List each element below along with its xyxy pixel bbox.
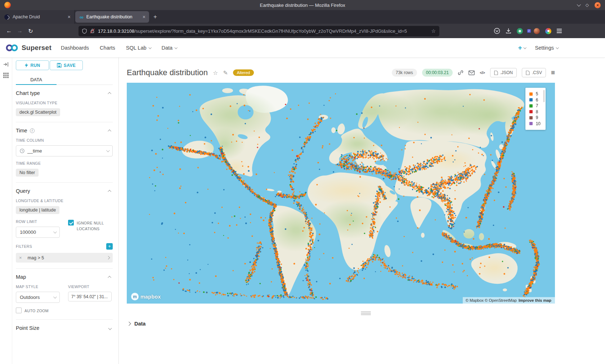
legend-label: 6 <box>536 97 538 103</box>
section-query: Query LONGITUDE & LATITUDE longitude | l… <box>16 182 113 268</box>
add-new-button[interactable]: + <box>518 44 525 52</box>
info-icon[interactable]: i <box>30 128 35 133</box>
legend-label: 8 <box>536 109 538 114</box>
favorite-star-icon[interactable]: ☆ <box>213 69 218 76</box>
forward-button[interactable]: → <box>14 28 25 34</box>
page-title: Earthquake distribution <box>127 68 208 77</box>
legend-item: 9 <box>529 115 541 121</box>
tab-close-icon[interactable]: × <box>68 14 71 19</box>
tracking-shield-icon[interactable] <box>82 28 87 34</box>
viz-type-value[interactable]: deck.gl Scatterplot <box>16 108 60 116</box>
file-icon <box>494 70 498 75</box>
section-title: Point Size <box>16 325 39 331</box>
tab-label: Apache Druid <box>13 14 65 19</box>
nav-item-dashboards[interactable]: Dashboards <box>61 45 89 51</box>
auto-zoom-checkbox[interactable] <box>16 308 22 313</box>
extension-badge: 2 <box>527 29 531 33</box>
ignore-null-checkbox[interactable] <box>68 220 74 226</box>
settings-menu[interactable]: Settings <box>535 45 558 51</box>
section-header[interactable]: Chart type <box>16 90 113 96</box>
containers-extension-icon[interactable] <box>545 28 551 34</box>
section-header[interactable]: Point Size <box>16 325 113 331</box>
remove-filter-icon[interactable]: × <box>19 255 22 260</box>
filter-chip[interactable]: × mag > 5 <box>16 253 113 263</box>
chevron-down-icon <box>106 149 110 152</box>
screen: Earthquake distribution — Mozilla Firefo… <box>0 0 605 364</box>
collapse-panel-icon[interactable] <box>3 62 9 67</box>
section-time: Timei TIME COLUMN __time TIME RANGE No f… <box>16 122 113 182</box>
reload-button[interactable]: ↻ <box>25 28 36 35</box>
url-bar[interactable]: 172.18.0.3:32108/superset/explore/?form_… <box>79 26 439 36</box>
row-limit-select[interactable]: 100000 <box>16 227 60 238</box>
nav-item-charts[interactable]: Charts <box>100 45 115 51</box>
map-viewport[interactable]: 5678910 m mapbox © Mapbox © OpenStreetMa… <box>127 83 555 304</box>
run-button[interactable]: RUN <box>16 60 49 70</box>
map-canvas[interactable] <box>127 83 555 304</box>
section-header[interactable]: Query <box>16 188 113 194</box>
embed-code-icon[interactable]: </> <box>480 70 485 75</box>
data-panel-title: Data <box>134 321 145 327</box>
chevron-right-icon[interactable] <box>107 256 110 260</box>
export-csv-button[interactable]: .CSV <box>522 68 546 77</box>
tab-apache-druid[interactable]: Apache Druid × <box>0 10 75 24</box>
extension-green-icon[interactable] <box>517 28 523 34</box>
titlebar-chevron-icon[interactable] <box>577 3 581 6</box>
section-header[interactable]: Map <box>16 274 113 280</box>
chart-menu-button[interactable]: ≡ <box>551 69 555 77</box>
chevron-up-icon[interactable] <box>108 92 111 95</box>
mapbox-logo[interactable]: m mapbox <box>131 293 161 300</box>
new-tab-button[interactable]: + <box>150 10 161 24</box>
mapbox-wordmark: mapbox <box>140 294 161 300</box>
data-panel-header[interactable]: Data <box>127 321 605 327</box>
bookmark-star-icon[interactable]: ☆ <box>431 28 436 34</box>
viewport-value[interactable]: 7° 35' 54.02" | 31... <box>68 292 112 301</box>
copy-link-icon[interactable] <box>458 70 463 76</box>
nav-item-data[interactable]: Data <box>162 45 177 51</box>
tab-close-icon[interactable]: × <box>143 14 145 19</box>
viewport-label: VIEWPORT <box>68 285 113 289</box>
dataset-grid-icon[interactable] <box>3 73 9 78</box>
row-limit-value: 100000 <box>20 229 50 235</box>
section-title: Query <box>16 188 30 194</box>
titlebar-maximize-icon[interactable]: ◇ <box>586 3 589 7</box>
chevron-up-icon[interactable] <box>108 276 111 279</box>
export-json-button[interactable]: .JSON <box>490 68 517 77</box>
map-style-select[interactable]: Outdoors <box>16 292 60 303</box>
left-rail <box>0 58 12 364</box>
ignore-null-label: IGNORE NULL LOCATIONS <box>77 220 113 232</box>
chevron-down-icon[interactable] <box>108 326 112 330</box>
legend-item: 10 <box>529 121 541 127</box>
improve-map-link[interactable]: Improve this map <box>519 298 551 302</box>
query-timer-badge: 00:00:03.21 <box>422 69 453 77</box>
panel-resize-handle[interactable] <box>361 311 371 315</box>
legend-label: 9 <box>536 115 538 120</box>
back-button[interactable]: ← <box>4 28 14 34</box>
chevron-up-icon[interactable] <box>108 190 111 193</box>
lonlat-value[interactable]: longitude | latitude <box>16 206 59 214</box>
legend-swatch <box>529 92 533 96</box>
pocket-icon[interactable] <box>494 28 500 34</box>
add-filter-button[interactable]: + <box>106 243 113 250</box>
chevron-down-icon <box>53 295 57 299</box>
legend-swatch <box>529 104 533 108</box>
nav-item-sql-lab[interactable]: SQL Lab <box>126 45 151 51</box>
downloads-icon[interactable] <box>506 28 511 34</box>
file-icon <box>526 70 530 75</box>
time-column-select[interactable]: __time <box>16 145 113 156</box>
time-range-value[interactable]: No filter <box>16 169 39 177</box>
save-button[interactable]: SAVE <box>50 60 83 70</box>
insecure-lock-icon[interactable] <box>90 28 95 33</box>
window-close-button[interactable]: × <box>595 2 601 8</box>
email-icon[interactable] <box>469 70 475 75</box>
edit-title-icon[interactable]: ✎ <box>223 69 228 76</box>
chevron-up-icon[interactable] <box>108 129 111 133</box>
profile-extension-icon[interactable] <box>534 28 540 34</box>
tab-earthquake-distribution[interactable]: ∞ Earthquake distribution × <box>75 11 149 23</box>
section-title: Time <box>16 128 27 133</box>
tab-data[interactable]: DATA <box>16 75 57 85</box>
app-menu-button[interactable] <box>557 29 562 33</box>
chart-header: Earthquake distribution ☆ ✎ Altered 73k … <box>127 65 555 80</box>
section-header[interactable]: Timei <box>16 128 113 133</box>
tab-bar: Apache Druid × ∞ Earthquake distribution… <box>0 10 605 24</box>
superset-logo[interactable]: Superset <box>5 43 51 53</box>
